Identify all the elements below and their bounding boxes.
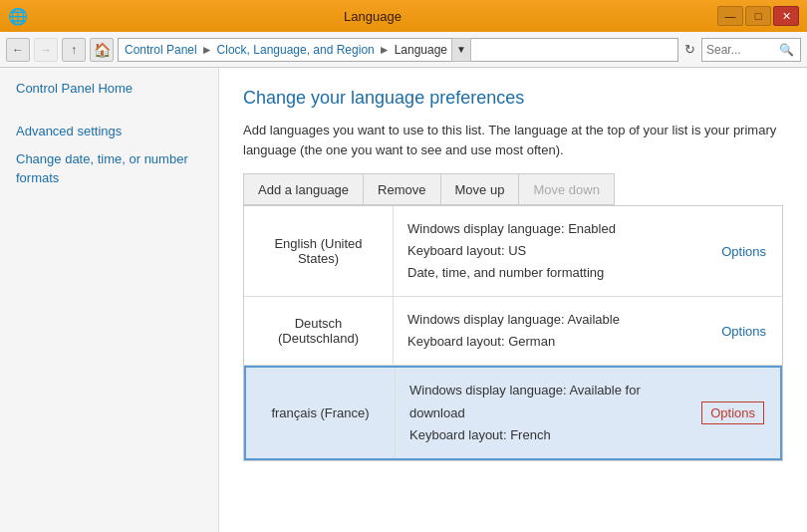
breadcrumb-sep-2: ►: [379, 43, 391, 57]
breadcrumb: Control Panel ► Clock, Language, and Reg…: [118, 38, 678, 62]
sidebar: Control Panel Home Advanced settings Cha…: [0, 68, 219, 532]
move-down-button[interactable]: Move down: [519, 174, 613, 204]
minimize-button[interactable]: —: [717, 6, 743, 26]
options-link-deutsch[interactable]: Options: [721, 324, 766, 339]
app-icon: 🌐: [8, 7, 28, 26]
language-name-deutsch: Deutsch (Deutschland): [244, 297, 394, 365]
search-input[interactable]: [706, 43, 776, 57]
options-link-english[interactable]: Options: [721, 244, 766, 259]
maximize-button[interactable]: □: [745, 6, 771, 26]
breadcrumb-item-2[interactable]: Clock, Language, and Region: [217, 43, 375, 57]
address-bar: ← → ↑ 🏠 Control Panel ► Clock, Language,…: [0, 32, 807, 68]
close-button[interactable]: ✕: [773, 6, 799, 26]
move-up-button[interactable]: Move up: [441, 174, 520, 204]
language-item-french[interactable]: français (France) Windows display langua…: [244, 366, 782, 459]
language-item-english[interactable]: English (United States) Windows display …: [244, 206, 782, 297]
breadcrumb-item-1[interactable]: Control Panel: [125, 43, 197, 57]
language-details-french: Windows display language: Available for …: [396, 368, 685, 457]
page-title: Change your language preferences: [243, 88, 783, 109]
language-detail-french-2: Keyboard layout: French: [409, 424, 672, 446]
sidebar-link-advanced[interactable]: Advanced settings: [16, 123, 202, 140]
refresh-button[interactable]: ↻: [682, 42, 697, 57]
breadcrumb-item-3: Language: [395, 43, 447, 57]
options-link-french[interactable]: Options: [701, 401, 764, 424]
content-area: Change your language preferences Add lan…: [219, 68, 807, 532]
breadcrumb-sep-1: ►: [201, 43, 213, 57]
language-details-english: Windows display language: Enabled Keyboa…: [394, 206, 705, 296]
language-detail-deutsch-2: Keyboard layout: German: [407, 331, 691, 353]
remove-button[interactable]: Remove: [364, 174, 440, 204]
sidebar-link-home[interactable]: Control Panel Home: [16, 80, 202, 98]
title-bar: 🌐 Language — □ ✕: [0, 0, 807, 32]
back-button[interactable]: ←: [6, 38, 30, 62]
language-options-deutsch: Options: [705, 297, 782, 365]
language-options-french: Options: [685, 368, 780, 457]
main-layout: Control Panel Home Advanced settings Cha…: [0, 68, 807, 532]
window-title: Language: [28, 9, 717, 24]
language-item-deutsch[interactable]: Deutsch (Deutschland) Windows display la…: [244, 297, 782, 366]
forward-button[interactable]: →: [34, 38, 58, 62]
language-options-english: Options: [705, 206, 782, 296]
up-button[interactable]: ↑: [62, 38, 86, 62]
language-name-english: English (United States): [244, 206, 394, 296]
language-detail-english-3: Date, time, and number formatting: [407, 262, 691, 284]
language-list: English (United States) Windows display …: [243, 205, 783, 461]
language-detail-english-2: Keyboard layout: US: [407, 240, 691, 262]
language-detail-french-1: Windows display language: Available for …: [409, 380, 672, 423]
search-box: 🔍: [701, 38, 801, 62]
add-language-button[interactable]: Add a language: [244, 174, 364, 204]
page-description: Add languages you want to use to this li…: [243, 121, 783, 159]
language-name-french: français (France): [246, 368, 396, 457]
language-detail-deutsch-1: Windows display language: Available: [407, 309, 691, 331]
sidebar-link-datetime[interactable]: Change date, time, or number formats: [16, 150, 202, 186]
language-details-deutsch: Windows display language: Available Keyb…: [394, 297, 705, 365]
language-detail-english-1: Windows display language: Enabled: [407, 218, 691, 240]
home-button[interactable]: 🏠: [90, 38, 114, 62]
search-icon: 🔍: [779, 43, 794, 57]
breadcrumb-dropdown[interactable]: ▼: [451, 38, 471, 62]
action-toolbar: Add a language Remove Move up Move down: [243, 173, 615, 205]
